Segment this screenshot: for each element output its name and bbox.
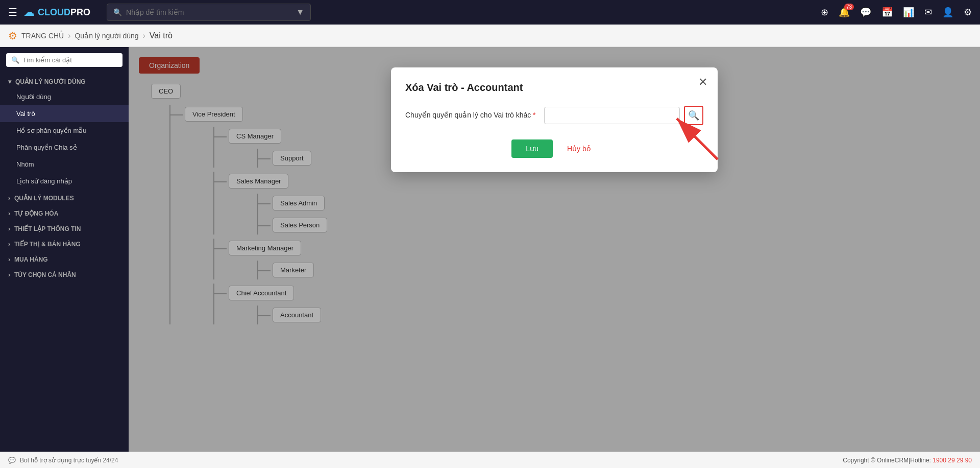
breadcrumb-home[interactable]: TRANG CHỦ [21, 32, 64, 40]
notification-icon[interactable]: 🔔 73 [839, 7, 850, 18]
sidebar-section-personal[interactable]: › TÙY CHỌN CÁ NHÂN [0, 266, 129, 282]
sidebar-search-input[interactable] [22, 56, 117, 64]
footer-chat[interactable]: 💬 Bot hỗ trợ sử dụng trực tuyến 24/24 [8, 457, 118, 464]
modal-label: Chuyển quyền quản lý cho Vai trò khác * [405, 110, 536, 121]
sidebar-item-login-history[interactable]: Lịch sử đăng nhập [0, 173, 129, 190]
chevron-right-icon: › [8, 225, 10, 232]
search-role-button[interactable]: 🔍 [684, 106, 703, 125]
search-icon: 🔍 [113, 8, 122, 16]
chart-icon[interactable]: 📊 [903, 7, 914, 18]
chat-icon[interactable]: 💬 [860, 7, 871, 18]
footer: 💬 Bot hỗ trợ sử dụng trực tuyến 24/24 Co… [0, 452, 980, 468]
settings-icon[interactable]: ⚙ [964, 7, 972, 18]
search-dropdown-icon[interactable]: ▼ [296, 8, 304, 17]
main-layout: 🔍 ▾ QUẢN LÝ NGƯỜI DÙNG Người dùng Vai tr… [0, 47, 980, 452]
top-navbar: ☰ ☁ CLOUDPRO 🔍 ▼ ⊕ 🔔 73 💬 📅 📊 ✉ 👤 ⚙ [0, 0, 980, 25]
sidebar-search[interactable]: 🔍 [6, 53, 122, 67]
global-search-input[interactable] [126, 8, 292, 16]
sidebar-section-purchase[interactable]: › MUA HÀNG [0, 251, 129, 266]
sidebar-section-label: THIẾT LẬP THÔNG TIN [14, 225, 81, 232]
nav-icons: ⊕ 🔔 73 💬 📅 📊 ✉ 👤 ⚙ [821, 7, 972, 18]
notification-badge: 73 [844, 4, 854, 10]
chat-bubble-icon: 💬 [8, 457, 16, 464]
modal-overlay: Xóa Vai trò - Accountant ✕ Chuyển quyền … [129, 47, 980, 452]
add-icon[interactable]: ⊕ [821, 7, 828, 18]
chevron-down-icon: ▾ [8, 78, 11, 85]
delete-role-modal: Xóa Vai trò - Accountant ✕ Chuyển quyền … [391, 67, 718, 172]
sidebar-section-label: TÙY CHỌN CÁ NHÂN [14, 271, 76, 278]
chevron-right-icon: › [8, 241, 10, 248]
sidebar-section-automation[interactable]: › TỰ ĐỘNG HÓA [0, 205, 129, 220]
sidebar-item-profiles[interactable]: Hồ sơ phân quyền mẫu [0, 122, 129, 139]
sidebar: 🔍 ▾ QUẢN LÝ NGƯỜI DÙNG Người dùng Vai tr… [0, 47, 129, 452]
cloud-icon: ☁ [23, 6, 35, 19]
chevron-right-icon: › [8, 195, 10, 202]
sidebar-item-groups[interactable]: Nhóm [0, 156, 129, 173]
sidebar-item-roles[interactable]: Vai trò [0, 105, 129, 122]
settings-gear-icon: ⚙ [8, 30, 17, 42]
sidebar-item-share-permissions[interactable]: Phân quyền Chia sẻ [0, 139, 129, 156]
role-transfer-input[interactable] [544, 107, 680, 124]
footer-copyright: Copyright © OnlineCRM|Hotline: 1900 29 2… [843, 457, 972, 464]
modal-title: Xóa Vai trò - Accountant [405, 82, 703, 93]
footer-chat-label: Bot hỗ trợ sử dụng trực tuyến 24/24 [20, 457, 118, 464]
user-icon[interactable]: 👤 [942, 7, 953, 18]
logo-text: CLOUDPRO [38, 7, 90, 18]
sidebar-section-user-mgmt[interactable]: ▾ QUẢN LÝ NGƯỜI DÙNG [0, 73, 129, 88]
sidebar-search-icon: 🔍 [11, 56, 19, 64]
modal-body: Chuyển quyền quản lý cho Vai trò khác * … [405, 106, 703, 125]
sidebar-item-users[interactable]: Người dùng [0, 88, 129, 105]
sidebar-section-marketing[interactable]: › TIẾP THỊ & BÁN HÀNG [0, 236, 129, 251]
sidebar-section-label: MUA HÀNG [14, 256, 48, 263]
modal-input-wrap: 🔍 [544, 106, 703, 125]
hamburger-icon[interactable]: ☰ [8, 6, 17, 18]
breadcrumb-bar: ⚙ TRANG CHỦ › Quản lý người dùng › Vai t… [0, 25, 980, 47]
sidebar-section-label: QUẢN LÝ NGƯỜI DÙNG [15, 78, 86, 85]
mail-icon[interactable]: ✉ [924, 7, 932, 18]
chevron-right-icon: › [8, 271, 10, 278]
sidebar-section-modules[interactable]: › QUẢN LÝ MODULES [0, 190, 129, 205]
required-marker: * [533, 111, 535, 119]
breadcrumb-sep2: › [143, 31, 145, 40]
modal-actions: Lưu Hủy bỏ [405, 139, 703, 158]
sidebar-section-label: TIẾP THỊ & BÁN HÀNG [14, 241, 81, 248]
chevron-right-icon: › [8, 256, 10, 263]
cancel-button[interactable]: Hủy bỏ [561, 139, 597, 158]
sidebar-section-setup[interactable]: › THIẾT LẬP THÔNG TIN [0, 220, 129, 236]
save-button[interactable]: Lưu [511, 139, 553, 158]
chevron-right-icon: › [8, 210, 10, 217]
sidebar-section-label: TỰ ĐỘNG HÓA [14, 210, 58, 217]
search-btn-icon: 🔍 [688, 110, 699, 121]
modal-close-button[interactable]: ✕ [698, 76, 707, 89]
logo: ☁ CLOUDPRO [23, 6, 90, 19]
content-area: Organization CEO Vice President [129, 47, 980, 452]
sidebar-section-label: QUẢN LÝ MODULES [14, 195, 74, 202]
calendar-icon[interactable]: 📅 [881, 7, 893, 18]
breadcrumb-sep1: › [68, 31, 70, 40]
footer-phone: 1900 29 29 90 [933, 457, 972, 464]
breadcrumb-current: Vai trò [150, 31, 173, 40]
global-search-bar[interactable]: 🔍 ▼ [107, 4, 311, 21]
breadcrumb-users[interactable]: Quản lý người dùng [75, 32, 138, 40]
